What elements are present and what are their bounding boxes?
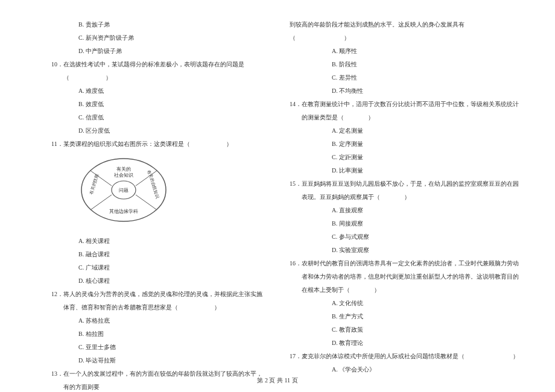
- q14-option-a: A. 定名测量: [290, 124, 519, 138]
- q16-option-a: A. 文化传统: [290, 297, 519, 310]
- q15-option-b: B. 间接观察: [290, 217, 519, 230]
- q11-option-c: C. 广域课程: [36, 261, 265, 274]
- q14-option-d: D. 比率测量: [290, 164, 519, 177]
- q15-option-a: A. 直接观察: [290, 204, 519, 217]
- diagram-right-text: 有关的自然知识: [147, 169, 160, 199]
- question-16: 16．农耕时代的教育目的强调培养具有一定文化素养的统治者，工业时代兼顾脑力劳动者…: [290, 257, 519, 297]
- page-footer: 第 2 页 共 11 页: [0, 376, 555, 385]
- diagram-center-text: 问题: [119, 188, 128, 193]
- question-13-cont: 到较高的年龄阶段才能达到成熟的水平。这反映人的身心发展具有（ ）: [290, 18, 519, 45]
- q12-option-b: B. 柏拉图: [36, 327, 265, 341]
- q11-option-a: A. 相关课程: [36, 235, 265, 248]
- q15-option-c: C. 参与式观察: [290, 230, 519, 244]
- q12-option-a: A. 苏格拉底: [36, 314, 265, 327]
- option-d: D. 中产阶级子弟: [36, 45, 265, 58]
- q16-option-b: B. 生产方式: [290, 310, 519, 323]
- q11-option-d: D. 核心课程: [36, 274, 265, 288]
- question-11: 11．某类课程的组织形式如右图所示：这类课程是（ ）: [48, 138, 265, 151]
- q12-option-d: D. 毕达哥拉斯: [36, 354, 265, 367]
- q16-option-c: C. 教育政策: [290, 323, 519, 337]
- q14-option-b: B. 定序测量: [290, 138, 519, 151]
- q10-option-c: C. 信度低: [36, 111, 265, 124]
- q15-option-d: D. 实验室观察: [290, 244, 519, 257]
- diagram-container: 有关的 社会知识 有关的自然知识 有关的技能 其他边缘学科 问题: [36, 156, 265, 230]
- q17-option-a: A. 《学会关心》: [290, 363, 519, 376]
- question-15: 15．豆豆妈妈将豆豆送到幼儿园后极不放心，于是，在幼儿园的监控室观察豆豆的在园表…: [290, 177, 519, 204]
- q16-option-d: D. 教育理论: [290, 337, 519, 350]
- question-10: 10．在选拔性考试中，某试题得分的标准差极小，表明该题存在的问题是（ ）: [48, 58, 265, 84]
- diagram-top-text: 有关的: [116, 166, 131, 172]
- q11-option-b: B. 融合课程: [36, 248, 265, 261]
- question-14: 14．在教育测量统计中，适用于次数百分比统计而不适用于中位数，等级相关系统统计的…: [290, 98, 519, 124]
- svg-line-4: [90, 195, 112, 210]
- q13-option-c: C. 差异性: [290, 71, 519, 84]
- left-column: B. 贵族子弟 C. 新兴资产阶级子弟 D. 中产阶级子弟 10．在选拔性考试中…: [36, 18, 265, 392]
- q10-option-d: D. 区分度低: [36, 124, 265, 138]
- question-12: 12．将人的灵魂分为营养的灵魂，感觉的灵魂和伦理的灵魂，并根据此主张实施体育、德…: [48, 288, 265, 314]
- q13-option-d: D. 不均衡性: [290, 84, 519, 98]
- two-column-layout: B. 贵族子弟 C. 新兴资产阶级子弟 D. 中产阶级子弟 10．在选拔性考试中…: [0, 18, 555, 392]
- q12-option-c: C. 亚里士多德: [36, 341, 265, 354]
- curriculum-diagram: 有关的 社会知识 有关的自然知识 有关的技能 其他边缘学科 问题: [78, 156, 169, 225]
- svg-line-5: [136, 195, 157, 210]
- right-column: 到较高的年龄阶段才能达到成熟的水平。这反映人的身心发展具有（ ） A. 顺序性 …: [290, 18, 519, 392]
- q13-option-a: A. 顺序性: [290, 45, 519, 58]
- q14-option-c: C. 定距测量: [290, 151, 519, 164]
- option-b: B. 贵族子弟: [36, 18, 265, 31]
- diagram-left-text: 有关的技能: [89, 174, 100, 195]
- q10-option-b: B. 效度低: [36, 98, 265, 111]
- q13-option-b: B. 阶段性: [290, 58, 519, 71]
- question-17: 17．麦克菲尔的体谅模式中所使用的人际或社会问题情境教材是（ ）: [290, 350, 519, 363]
- q10-option-a: A. 难度低: [36, 84, 265, 98]
- svg-text:社会知识: 社会知识: [114, 172, 133, 178]
- option-c: C. 新兴资产阶级子弟: [36, 31, 265, 45]
- diagram-bottom-text: 其他边缘学科: [109, 209, 138, 214]
